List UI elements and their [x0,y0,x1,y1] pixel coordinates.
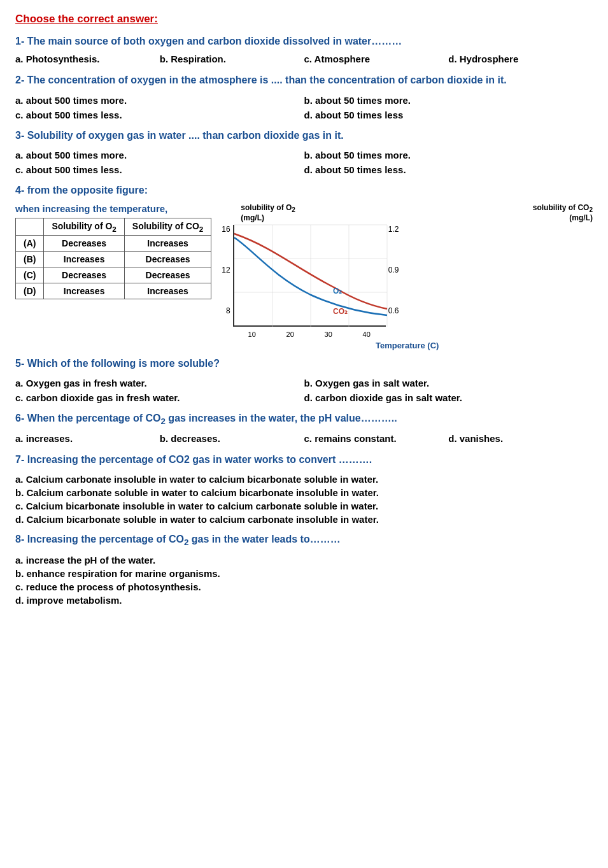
q6-number: 6- [15,413,24,423]
q1-text: The main source of both oxygen and carbo… [27,36,402,46]
q6-opt-c[interactable]: c. remains constant. [304,433,449,446]
q6-opt-d[interactable]: d. vanishes. [448,433,593,446]
question-6: 6- When the percentage of CO2 gas increa… [15,411,593,446]
q7-opt-c[interactable]: c. Calcium bicarbonate insoluble in wate… [15,499,593,513]
y-right-0-6: 0.6 [388,306,399,315]
y-right-0-9: 0.9 [388,266,399,274]
q7-options: a. Calcium carbonate insoluble in water … [15,473,593,526]
table-row: (A) Decreases Increases [16,236,211,252]
q7-opt-b[interactable]: b. Calcium carbonate soluble in water to… [15,486,593,499]
o2-label: O₂ [333,287,342,295]
x-tick-10: 10 [248,331,256,338]
row-label-b: (B) [16,252,44,267]
q1-number: 1- [15,36,24,46]
q2-opt-a[interactable]: a. about 500 times more. [15,93,304,108]
q4-number: 4- [15,185,27,196]
y-axis-left: 16 12 8 [222,225,232,327]
question-8: 8- Increasing the percentage of CO2 gas … [15,532,593,608]
y-left-12: 12 [222,266,230,274]
q3-number: 3- [15,130,24,141]
q6-options: a. increases. b. decreases. c. remains c… [15,433,593,446]
q6-text: When the percentage of CO2 gas increases… [27,413,397,423]
question-5: 5- Which of the following is more solubl… [15,357,593,405]
table-row: (D) Increases Increases [16,283,211,299]
chart-svg: O₂ CO₂ [233,225,386,327]
q1-opt-a[interactable]: a. Photosynthesis. [15,53,160,67]
row-d-o2: Increases [44,283,124,299]
q1-opt-d[interactable]: d. Hydrosphere [448,53,593,67]
q3-opt-a[interactable]: a. about 500 times more. [15,148,304,162]
row-a-co2: Increases [124,236,211,252]
q5-options: a. Oxygen gas in fresh water. b. Oxygen … [15,376,593,405]
y-left-8: 8 [222,306,230,315]
row-label-d: (D) [16,283,44,299]
q8-opt-d[interactable]: d. improve metabolism. [15,594,593,607]
q3-options: a. about 500 times more. b. about 50 tim… [15,148,593,177]
q4-chart-area: solubility of O2(mg/L) solubility of CO2… [222,203,593,350]
row-d-co2: Increases [124,283,211,299]
q1-opt-c[interactable]: c. Atmosphere [304,53,449,67]
q3-text: Solubility of oxygen gas in water .... t… [27,130,344,141]
row-a-o2: Decreases [44,236,124,252]
row-label-c: (C) [16,267,44,283]
col-header-empty [16,218,44,236]
q8-opt-c[interactable]: c. reduce the process of photosynthesis. [15,580,593,594]
q3-opt-c[interactable]: c. about 500 times less. [15,162,304,177]
q1-opt-b[interactable]: b. Respiration. [160,53,304,67]
q2-options: a. about 500 times more. b. about 50 tim… [15,93,593,122]
y-right-1-2: 1.2 [388,225,399,234]
q7-opt-a[interactable]: a. Calcium carbonate insoluble in water … [15,473,593,486]
question-1: 1- The main source of both oxygen and ca… [15,34,593,67]
row-b-o2: Increases [44,252,124,267]
q6-opt-b[interactable]: b. decreases. [160,433,304,446]
q2-text: The concentration of oxygen in the atmos… [27,75,507,85]
q7-opt-d[interactable]: d. Calcium bicarbonate soluble in water … [15,513,593,526]
q1-options: a. Photosynthesis. b. Respiration. c. At… [15,53,593,67]
q4-layout: when increasing the temperature, Solubil… [15,203,593,350]
q7-number: 7- [15,454,24,465]
y-left-16: 16 [222,225,230,234]
q4-when-label: when increasing the temperature, [15,203,211,214]
table-row: (C) Decreases Decreases [16,267,211,283]
q2-opt-c[interactable]: c. about 500 times less. [15,108,304,122]
chart-y-right-title: solubility of CO2(mg/L) [533,203,593,222]
q2-number: 2- [15,75,24,85]
q8-number: 8- [15,534,27,544]
table-row: (B) Increases Decreases [16,252,211,267]
question-7: 7- Increasing the percentage of CO2 gas … [15,453,593,525]
question-2: 2- The concentration of oxygen in the at… [15,73,593,122]
q3-opt-d[interactable]: d. about 50 times less. [304,162,593,177]
q5-opt-c[interactable]: c. carbon dioxide gas in fresh water. [15,390,304,405]
chart-y-left-title: solubility of O2(mg/L) [241,203,295,222]
q8-opt-b[interactable]: b. enhance respiration for marine organi… [15,567,593,580]
q2-opt-b[interactable]: b. about 50 times more. [304,93,593,108]
q6-opt-a[interactable]: a. increases. [15,433,160,446]
q5-number: 5- [15,358,24,369]
q8-opt-a[interactable]: a. increase the pH of the water. [15,553,593,567]
q5-opt-a[interactable]: a. Oxygen gas in fresh water. [15,376,304,390]
x-axis-labels: 10 20 30 40 [233,329,386,338]
x-axis-title: Temperature (C) [222,341,593,350]
row-label-a: (A) [16,236,44,252]
q4-table-area: when increasing the temperature, Solubil… [15,203,211,300]
x-tick-40: 40 [363,331,371,338]
row-b-co2: Decreases [124,252,211,267]
y-axis-right: 1.2 0.9 0.6 [386,225,399,327]
q7-text: Increasing the percentage of CO2 gas in … [27,454,372,465]
row-c-o2: Decreases [44,267,124,283]
x-tick-20: 20 [286,331,294,338]
question-4: 4- from the opposite figure: when increa… [15,183,593,350]
q2-opt-d[interactable]: d. about 50 times less [304,108,593,122]
q4-table: Solubility of O2 Solubility of CO2 (A) D… [15,218,211,300]
q5-opt-d[interactable]: d. carbon dioxide gas in salt water. [304,390,593,405]
x-tick-30: 30 [325,331,332,338]
co2-label: CO₂ [333,307,348,316]
col-header-co2: Solubility of CO2 [124,218,211,236]
q5-text: Which of the following is more soluble? [27,358,220,369]
q5-opt-b[interactable]: b. Oxygen gas in salt water. [304,376,593,390]
question-3: 3- Solubility of oxygen gas in water ...… [15,129,593,177]
q3-opt-b[interactable]: b. about 50 times more. [304,148,593,162]
col-header-o2: Solubility of O2 [44,218,124,236]
q8-text: Increasing the percentage of CO2 gas in … [27,534,341,544]
chart-svg-container: O₂ CO₂ 10 20 30 40 [233,225,386,338]
